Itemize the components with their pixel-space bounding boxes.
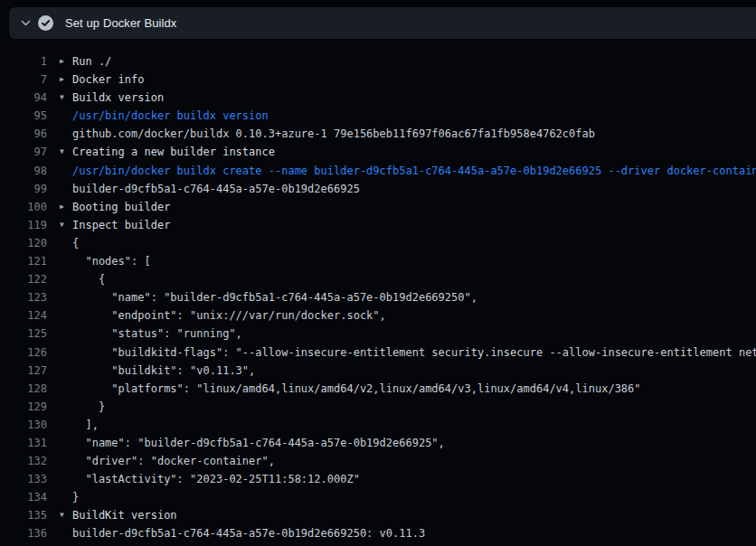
log-line-row: 99builder-d9cfb5a1-c764-445a-a57e-0b19d2… [0, 180, 756, 198]
log-group-row[interactable]: 119▼Inspect builder [0, 216, 756, 234]
log-group-row[interactable]: 7▶Docker info [0, 71, 756, 89]
log-line-text: "name": "builder-d9cfb5a1-c764-445a-a57e… [72, 288, 477, 306]
line-number[interactable]: 119 [0, 216, 47, 234]
step-title: Set up Docker Buildx [65, 16, 176, 30]
log-line-text: } [72, 488, 79, 506]
marker-spacer [60, 380, 72, 398]
log-line-row: 124 "endpoint": "unix:///var/run/docker.… [0, 306, 756, 325]
line-number[interactable]: 99 [0, 180, 47, 198]
marker-spacer [60, 180, 72, 198]
log-line-text: /usr/bin/docker buildx version [72, 107, 269, 125]
log-line-text: "buildkitd-flags": "--allow-insecure-ent… [72, 344, 756, 362]
marker-spacer [60, 325, 72, 343]
log-line-text: "endpoint": "unix:///var/run/docker.sock… [72, 306, 386, 325]
line-number[interactable]: 131 [0, 434, 47, 452]
group-collapsed-icon[interactable]: ▶ [60, 71, 72, 89]
log-line-row: 129 } [0, 398, 756, 416]
log-line-row: 121 "nodes": [ [0, 252, 756, 270]
log-line-text: /usr/bin/docker buildx create --name bui… [72, 162, 756, 180]
group-expanded-icon[interactable]: ▼ [60, 89, 72, 107]
line-number[interactable]: 100 [0, 198, 47, 216]
check-circle-icon [38, 15, 53, 31]
log-line-row: 134} [0, 488, 756, 506]
line-number[interactable]: 95 [0, 107, 47, 125]
marker-spacer [60, 344, 72, 362]
log-line-row: 132 "driver": "docker-container", [0, 452, 756, 470]
log-group-row[interactable]: 1▶Run ./ [0, 52, 756, 71]
marker-spacer [60, 306, 72, 325]
log-line-text: Creating a new builder instance [72, 143, 275, 161]
step-header[interactable]: Set up Docker Buildx [9, 7, 756, 39]
log-line-row: 123 "name": "builder-d9cfb5a1-c764-445a-… [0, 288, 756, 306]
line-number[interactable]: 96 [0, 125, 47, 143]
log-line-row: 136builder-d9cfb5a1-c764-445a-a57e-0b19d… [0, 524, 756, 542]
log-line-text: github.com/docker/buildx 0.10.3+azure-1 … [72, 125, 595, 143]
log-line-row: 133 "lastActivity": "2023-02-25T11:58:12… [0, 470, 756, 488]
line-number[interactable]: 94 [0, 89, 47, 107]
log-viewer: 1▶Run ./7▶Docker info94▼Buildx version95… [0, 39, 756, 546]
line-number[interactable]: 121 [0, 252, 47, 270]
log-line-row: 128 "platforms": "linux/amd64,linux/amd6… [0, 380, 756, 398]
log-line-text: Docker info [72, 71, 144, 89]
log-line-text: "driver": "docker-container", [72, 452, 275, 470]
line-number[interactable]: 123 [0, 288, 47, 306]
log-line-row: 95/usr/bin/docker buildx version [0, 107, 756, 125]
chevron-down-icon[interactable] [20, 17, 32, 29]
log-line-text: Booting builder [72, 198, 170, 216]
line-number[interactable]: 134 [0, 488, 47, 506]
log-line-text: builder-d9cfb5a1-c764-445a-a57e-0b19d2e6… [72, 180, 360, 198]
marker-spacer [60, 488, 72, 506]
line-number[interactable]: 127 [0, 362, 47, 380]
line-number[interactable]: 132 [0, 452, 47, 470]
line-number[interactable]: 135 [0, 506, 47, 524]
marker-spacer [60, 398, 72, 416]
marker-spacer [60, 452, 72, 470]
log-line-text: Buildx version [72, 89, 164, 107]
group-collapsed-icon[interactable]: ▶ [60, 198, 72, 216]
line-number[interactable]: 1 [0, 52, 47, 71]
log-line-row: 130 ], [0, 416, 756, 434]
log-group-row[interactable]: 135▼BuildKit version [0, 506, 756, 524]
line-number[interactable]: 128 [0, 380, 47, 398]
log-line-text: } [72, 398, 105, 416]
log-group-row[interactable]: 100▶Booting builder [0, 198, 756, 216]
line-number[interactable]: 124 [0, 306, 47, 325]
marker-spacer [60, 434, 72, 452]
log-line-row: 122 { [0, 270, 756, 288]
line-number[interactable]: 7 [0, 71, 47, 89]
line-number[interactable]: 98 [0, 162, 47, 180]
group-expanded-icon[interactable]: ▼ [60, 216, 72, 234]
line-number[interactable]: 136 [0, 524, 47, 542]
log-line-text: ], [72, 416, 99, 434]
line-number[interactable]: 125 [0, 325, 47, 343]
line-number[interactable]: 129 [0, 398, 47, 416]
log-line-text: { [72, 270, 105, 288]
marker-spacer [60, 470, 72, 488]
log-line-text: Run ./ [72, 52, 111, 71]
log-line-row: 126 "buildkitd-flags": "--allow-insecure… [0, 344, 756, 362]
group-collapsed-icon[interactable]: ▶ [60, 52, 72, 71]
log-line-text: "buildkit": "v0.11.3", [72, 362, 255, 380]
line-number[interactable]: 126 [0, 344, 47, 362]
marker-spacer [60, 252, 72, 270]
log-line-row: 127 "buildkit": "v0.11.3", [0, 362, 756, 380]
line-number[interactable]: 120 [0, 234, 47, 252]
line-number[interactable]: 97 [0, 143, 47, 161]
marker-spacer [60, 416, 72, 434]
line-number[interactable]: 133 [0, 470, 47, 488]
log-line-row: 120{ [0, 234, 756, 252]
line-number[interactable]: 130 [0, 416, 47, 434]
log-line-row: 98/usr/bin/docker buildx create --name b… [0, 162, 756, 180]
group-expanded-icon[interactable]: ▼ [60, 506, 72, 524]
log-line-text: "name": "builder-d9cfb5a1-c764-445a-a57e… [72, 434, 445, 452]
group-expanded-icon[interactable]: ▼ [60, 143, 72, 161]
log-line-text: { [72, 234, 79, 252]
log-line-row: 131 "name": "builder-d9cfb5a1-c764-445a-… [0, 434, 756, 452]
log-group-row[interactable]: 94▼Buildx version [0, 89, 756, 107]
marker-spacer [60, 362, 72, 380]
log-line-text: BuildKit version [72, 506, 177, 524]
marker-spacer [60, 234, 72, 252]
log-group-row[interactable]: 97▼Creating a new builder instance [0, 143, 756, 161]
log-line-text: Inspect builder [72, 216, 170, 234]
line-number[interactable]: 122 [0, 270, 47, 288]
